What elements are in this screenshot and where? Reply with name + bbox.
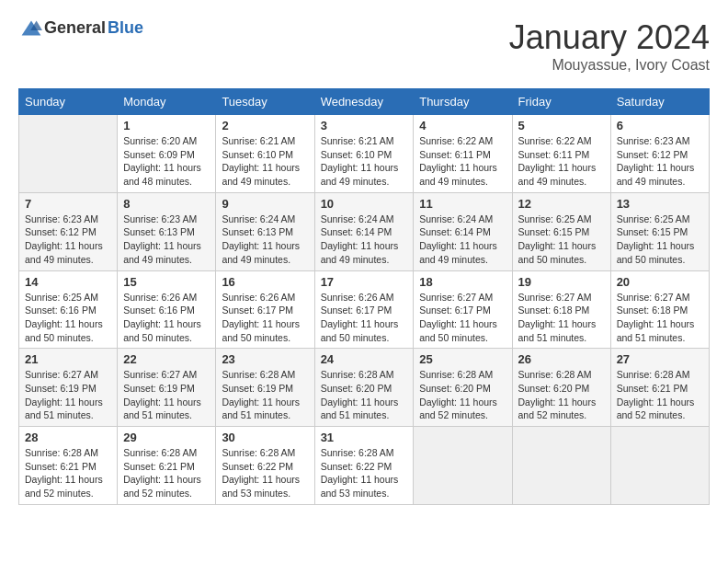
day-info: Sunrise: 6:25 AMSunset: 6:16 PMDaylight:… — [25, 291, 111, 345]
day-info: Sunrise: 6:25 AMSunset: 6:15 PMDaylight:… — [617, 213, 703, 267]
day-number: 14 — [25, 275, 111, 289]
day-info: Sunrise: 6:22 AMSunset: 6:11 PMDaylight:… — [518, 134, 605, 189]
day-info: Sunrise: 6:28 AMSunset: 6:22 PMDaylight:… — [321, 446, 408, 500]
calendar-cell: 16Sunrise: 6:26 AMSunset: 6:17 PMDayligh… — [216, 270, 314, 349]
day-number: 1 — [123, 119, 210, 132]
day-number: 31 — [321, 431, 408, 444]
calendar-cell: 1Sunrise: 6:20 AMSunset: 6:09 PMDaylight… — [118, 115, 216, 193]
page-header: GeneralBlue January 2024 Mouyassue, Ivor… — [18, 18, 710, 74]
calendar-cell: 15Sunrise: 6:26 AMSunset: 6:16 PMDayligh… — [118, 270, 216, 349]
calendar-cell: 6Sunrise: 6:23 AMSunset: 6:12 PMDaylight… — [610, 115, 709, 193]
header-wednesday: Wednesday — [314, 89, 414, 115]
calendar-cell: 30Sunrise: 6:28 AMSunset: 6:22 PMDayligh… — [216, 427, 314, 505]
day-info: Sunrise: 6:27 AMSunset: 6:17 PMDaylight:… — [419, 291, 506, 345]
day-info: Sunrise: 6:27 AMSunset: 6:19 PMDaylight:… — [123, 368, 210, 422]
calendar-week-row: 7Sunrise: 6:23 AMSunset: 6:12 PMDaylight… — [19, 192, 710, 270]
day-info: Sunrise: 6:23 AMSunset: 6:12 PMDaylight:… — [25, 213, 111, 267]
day-number: 9 — [222, 197, 308, 211]
header-saturday: Saturday — [610, 89, 709, 115]
day-number: 8 — [123, 197, 210, 211]
calendar-cell: 8Sunrise: 6:23 AMSunset: 6:13 PMDaylight… — [118, 192, 216, 270]
day-info: Sunrise: 6:28 AMSunset: 6:20 PMDaylight:… — [321, 368, 408, 422]
day-number: 3 — [321, 119, 408, 132]
calendar-cell: 12Sunrise: 6:25 AMSunset: 6:15 PMDayligh… — [512, 192, 610, 270]
calendar-cell: 21Sunrise: 6:27 AMSunset: 6:19 PMDayligh… — [19, 349, 118, 427]
day-number: 11 — [419, 197, 506, 211]
day-info: Sunrise: 6:26 AMSunset: 6:17 PMDaylight:… — [222, 291, 308, 345]
logo-icon — [20, 19, 42, 38]
day-info: Sunrise: 6:27 AMSunset: 6:18 PMDaylight:… — [518, 291, 605, 345]
day-number: 22 — [123, 352, 210, 366]
day-info: Sunrise: 6:28 AMSunset: 6:21 PMDaylight:… — [617, 368, 703, 422]
day-number: 5 — [518, 119, 605, 132]
calendar-cell: 4Sunrise: 6:22 AMSunset: 6:11 PMDaylight… — [414, 115, 512, 193]
calendar-cell: 7Sunrise: 6:23 AMSunset: 6:12 PMDaylight… — [19, 192, 118, 270]
calendar-cell: 22Sunrise: 6:27 AMSunset: 6:19 PMDayligh… — [118, 349, 216, 427]
day-number: 7 — [25, 197, 111, 211]
logo-general-text: General — [44, 18, 106, 38]
calendar-cell: 10Sunrise: 6:24 AMSunset: 6:14 PMDayligh… — [314, 192, 414, 270]
day-number: 6 — [617, 119, 703, 132]
day-number: 19 — [518, 275, 605, 289]
day-info: Sunrise: 6:23 AMSunset: 6:12 PMDaylight:… — [617, 134, 703, 189]
day-number: 16 — [222, 275, 308, 289]
day-number: 27 — [617, 352, 703, 366]
day-number: 30 — [222, 431, 308, 444]
day-info: Sunrise: 6:24 AMSunset: 6:14 PMDaylight:… — [321, 213, 408, 267]
day-number: 2 — [222, 119, 308, 132]
day-info: Sunrise: 6:20 AMSunset: 6:09 PMDaylight:… — [123, 134, 210, 189]
calendar-cell: 26Sunrise: 6:28 AMSunset: 6:20 PMDayligh… — [512, 349, 610, 427]
logo-blue-text: Blue — [108, 18, 143, 38]
calendar-cell: 17Sunrise: 6:26 AMSunset: 6:17 PMDayligh… — [314, 270, 414, 349]
day-info: Sunrise: 6:25 AMSunset: 6:15 PMDaylight:… — [518, 213, 605, 267]
calendar-cell: 5Sunrise: 6:22 AMSunset: 6:11 PMDaylight… — [512, 115, 610, 193]
calendar-header-row: SundayMondayTuesdayWednesdayThursdayFrid… — [19, 89, 710, 115]
calendar-cell: 3Sunrise: 6:21 AMSunset: 6:10 PMDaylight… — [314, 115, 414, 193]
calendar-cell: 18Sunrise: 6:27 AMSunset: 6:17 PMDayligh… — [414, 270, 512, 349]
calendar-cell: 19Sunrise: 6:27 AMSunset: 6:18 PMDayligh… — [512, 270, 610, 349]
day-number: 17 — [321, 275, 408, 289]
day-number: 18 — [419, 275, 506, 289]
calendar-cell: 9Sunrise: 6:24 AMSunset: 6:13 PMDaylight… — [216, 192, 314, 270]
day-number: 29 — [123, 431, 210, 444]
day-info: Sunrise: 6:28 AMSunset: 6:21 PMDaylight:… — [25, 446, 111, 500]
calendar-cell — [414, 427, 512, 505]
day-number: 12 — [518, 197, 605, 211]
month-title: January 2024 — [509, 18, 710, 57]
calendar-cell: 29Sunrise: 6:28 AMSunset: 6:21 PMDayligh… — [118, 427, 216, 505]
day-info: Sunrise: 6:27 AMSunset: 6:19 PMDaylight:… — [25, 368, 111, 422]
day-info: Sunrise: 6:22 AMSunset: 6:11 PMDaylight:… — [419, 134, 506, 189]
calendar-week-row: 14Sunrise: 6:25 AMSunset: 6:16 PMDayligh… — [19, 270, 710, 349]
day-info: Sunrise: 6:28 AMSunset: 6:21 PMDaylight:… — [123, 446, 210, 500]
header-monday: Monday — [118, 89, 216, 115]
day-info: Sunrise: 6:28 AMSunset: 6:20 PMDaylight:… — [419, 368, 506, 422]
day-info: Sunrise: 6:21 AMSunset: 6:10 PMDaylight:… — [222, 134, 308, 189]
calendar-cell: 2Sunrise: 6:21 AMSunset: 6:10 PMDaylight… — [216, 115, 314, 193]
day-number: 13 — [617, 197, 703, 211]
calendar-cell: 31Sunrise: 6:28 AMSunset: 6:22 PMDayligh… — [314, 427, 414, 505]
calendar-cell: 14Sunrise: 6:25 AMSunset: 6:16 PMDayligh… — [19, 270, 118, 349]
day-number: 28 — [25, 431, 111, 444]
calendar-week-row: 28Sunrise: 6:28 AMSunset: 6:21 PMDayligh… — [19, 427, 710, 505]
day-number: 4 — [419, 119, 506, 132]
calendar-cell — [610, 427, 709, 505]
day-info: Sunrise: 6:21 AMSunset: 6:10 PMDaylight:… — [321, 134, 408, 189]
day-info: Sunrise: 6:27 AMSunset: 6:18 PMDaylight:… — [617, 291, 703, 345]
header-tuesday: Tuesday — [216, 89, 314, 115]
day-number: 26 — [518, 352, 605, 366]
calendar-cell: 11Sunrise: 6:24 AMSunset: 6:14 PMDayligh… — [414, 192, 512, 270]
day-info: Sunrise: 6:28 AMSunset: 6:22 PMDaylight:… — [222, 446, 308, 500]
header-friday: Friday — [512, 89, 610, 115]
day-number: 21 — [25, 352, 111, 366]
calendar-week-row: 21Sunrise: 6:27 AMSunset: 6:19 PMDayligh… — [19, 349, 710, 427]
calendar-cell: 28Sunrise: 6:28 AMSunset: 6:21 PMDayligh… — [19, 427, 118, 505]
day-info: Sunrise: 6:26 AMSunset: 6:16 PMDaylight:… — [123, 291, 210, 345]
location-title: Mouyassue, Ivory Coast — [509, 57, 710, 74]
day-info: Sunrise: 6:24 AMSunset: 6:14 PMDaylight:… — [419, 213, 506, 267]
day-number: 20 — [617, 275, 703, 289]
day-info: Sunrise: 6:23 AMSunset: 6:13 PMDaylight:… — [123, 213, 210, 267]
calendar-cell: 23Sunrise: 6:28 AMSunset: 6:19 PMDayligh… — [216, 349, 314, 427]
calendar-cell: 20Sunrise: 6:27 AMSunset: 6:18 PMDayligh… — [610, 270, 709, 349]
header-sunday: Sunday — [19, 89, 118, 115]
day-number: 15 — [123, 275, 210, 289]
